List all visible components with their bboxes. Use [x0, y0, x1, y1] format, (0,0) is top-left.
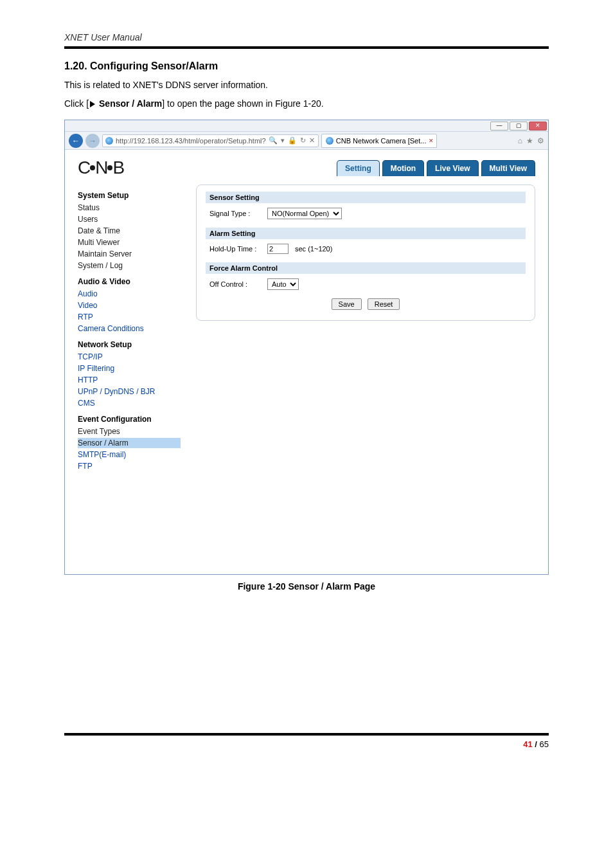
force-alarm-control-section: Force Alarm Control Off Control : Auto [206, 262, 526, 292]
click-bold: Sensor / Alarm [99, 98, 162, 109]
sidebar-item-camera-conditions[interactable]: Camera Conditions [78, 323, 181, 334]
window-titlebar: — ▢ ✕ [65, 120, 548, 132]
alarm-setting-section: Alarm Setting Hold-Up Time : sec (1~120) [206, 228, 526, 256]
toolbar-right-icons: ⌂ ★ ⚙ [518, 136, 544, 145]
off-control-select[interactable]: Auto [267, 278, 299, 290]
sidebar-item-ftp[interactable]: FTP [78, 461, 181, 471]
click-pre: Click [ [64, 98, 89, 109]
page-current: 41 [523, 739, 532, 749]
url-action-icons: 🔍 ▾ 🔒 ↻ ✕ [269, 136, 315, 145]
app-area: C N B Setting Motion Live View Multi Vie… [65, 150, 548, 574]
button-row: Save Reset [206, 298, 526, 310]
logo-b: B [112, 158, 125, 178]
signal-type-row: Signal Type : NO(Normal Open) [206, 206, 526, 221]
signal-type-label: Signal Type : [209, 210, 261, 217]
figure-caption: Figure 1-20 Sensor / Alarm Page [64, 581, 549, 592]
tab-setting[interactable]: Setting [337, 160, 380, 176]
app-header: C N B Setting Motion Live View Multi Vie… [78, 155, 535, 185]
tab-title: CNB Network Camera [Set... [336, 137, 427, 145]
hold-up-time-input[interactable] [267, 244, 289, 254]
logo-dot-icon [107, 165, 112, 170]
logo-c: C [78, 158, 91, 178]
signal-type-select[interactable]: NO(Normal Open) [267, 208, 342, 219]
sidebar-item-audio[interactable]: Audio [78, 289, 181, 299]
home-icon[interactable]: ⌂ [518, 136, 522, 145]
document-header: XNET User Manual [64, 32, 549, 49]
favorites-icon[interactable]: ★ [526, 136, 533, 145]
window-close-button[interactable]: ✕ [529, 122, 547, 131]
triangle-icon [90, 101, 95, 107]
sensor-setting-section: Sensor Setting Signal Type : NO(Normal O… [206, 192, 526, 221]
sidebar-group-system-setup: System Setup [78, 191, 181, 200]
sidebar: System Setup Status Users Date & Time Mu… [78, 185, 181, 473]
intro-text: This is related to XNET's DDNS server in… [64, 78, 549, 92]
sidebar-group-event-configuration: Event Configuration [78, 415, 181, 424]
sidebar-group-network-setup: Network Setup [78, 340, 181, 349]
content-panel: Sensor Setting Signal Type : NO(Normal O… [196, 185, 535, 321]
arrow-right-icon: → [89, 136, 96, 145]
tab-motion[interactable]: Motion [382, 160, 424, 176]
back-button[interactable]: ← [69, 134, 83, 148]
address-bar-row: ← → http://192.168.123.43/html/operator/… [65, 132, 548, 150]
force-alarm-control-header: Force Alarm Control [206, 262, 526, 274]
page-total: 65 [540, 739, 549, 749]
hold-up-time-row: Hold-Up Time : sec (1~120) [206, 242, 526, 256]
app-body: System Setup Status Users Date & Time Mu… [78, 185, 535, 473]
sidebar-item-maintain-server[interactable]: Maintain Server [78, 249, 181, 259]
sidebar-item-video[interactable]: Video [78, 300, 181, 311]
url-text: http://192.168.123.43/html/operator/Setu… [116, 137, 266, 145]
save-button[interactable]: Save [332, 298, 362, 310]
sidebar-item-upnp-dyndns-bjr[interactable]: UPnP / DynDNS / BJR [78, 386, 181, 397]
sidebar-item-status[interactable]: Status [78, 203, 181, 213]
screenshot-frame: — ▢ ✕ ← → http://192.168.123.43/html/ope… [64, 120, 549, 575]
tab-live-view[interactable]: Live View [427, 160, 478, 176]
page-footer: 41 / 65 [64, 733, 549, 749]
click-instruction: Click [ Sensor / Alarm] to open the page… [64, 97, 549, 111]
forward-button[interactable]: → [85, 134, 100, 148]
off-control-row: Off Control : Auto [206, 276, 526, 292]
click-post: ] to open the page shown in Figure 1-20. [162, 98, 323, 109]
sidebar-item-event-types[interactable]: Event Types [78, 426, 181, 437]
sidebar-group-audio-video: Audio & Video [78, 277, 181, 286]
sidebar-item-date-time[interactable]: Date & Time [78, 226, 181, 236]
tab-multi-view[interactable]: Multi View [481, 160, 535, 176]
page-separator: / [533, 739, 540, 749]
sidebar-item-smtp-email[interactable]: SMTP(E-mail) [78, 449, 181, 460]
hold-up-time-unit: sec (1~120) [295, 245, 332, 253]
window-minimize-button[interactable]: — [490, 122, 508, 131]
sidebar-item-system-log[interactable]: System / Log [78, 260, 181, 271]
browser-tab[interactable]: CNB Network Camera [Set... ✕ [321, 134, 438, 148]
tools-icon[interactable]: ⚙ [537, 136, 544, 145]
sidebar-item-users[interactable]: Users [78, 214, 181, 224]
sidebar-item-http[interactable]: HTTP [78, 375, 181, 385]
arrow-left-icon: ← [72, 136, 80, 145]
sidebar-item-rtp[interactable]: RTP [78, 312, 181, 322]
sensor-setting-header: Sensor Setting [206, 192, 526, 203]
sidebar-item-tcpip[interactable]: TCP/IP [78, 352, 181, 362]
logo-dot-icon [90, 165, 95, 170]
sidebar-item-ip-filtering[interactable]: IP Filtering [78, 363, 181, 374]
hold-up-time-label: Hold-Up Time : [209, 245, 261, 253]
ie-icon [105, 137, 113, 145]
logo-n: N [95, 158, 109, 178]
ie-icon [326, 137, 333, 145]
section-title: 1.20. Configuring Sensor/Alarm [64, 60, 549, 72]
reset-button[interactable]: Reset [368, 298, 400, 310]
alarm-setting-header: Alarm Setting [206, 228, 526, 239]
window-maximize-button[interactable]: ▢ [510, 122, 528, 131]
sidebar-item-multi-viewer[interactable]: Multi Viewer [78, 237, 181, 248]
tab-close-icon[interactable]: ✕ [429, 138, 434, 144]
sidebar-item-sensor-alarm[interactable]: Sensor / Alarm [78, 438, 181, 448]
sidebar-item-cms[interactable]: CMS [78, 398, 181, 408]
address-bar[interactable]: http://192.168.123.43/html/operator/Setu… [102, 134, 319, 147]
cnb-logo: C N B [78, 158, 125, 178]
main-tabs: Setting Motion Live View Multi View [337, 160, 535, 176]
off-control-label: Off Control : [209, 280, 261, 288]
